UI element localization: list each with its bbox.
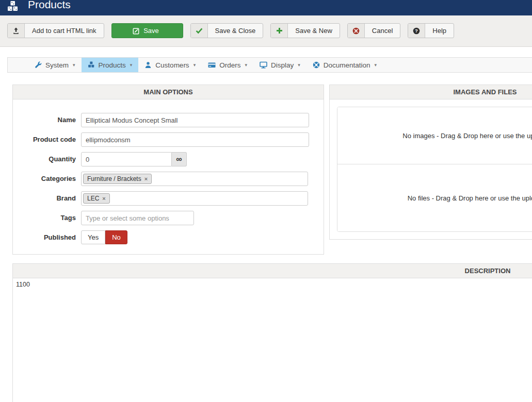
cubes-logo-icon bbox=[7, 1, 19, 13]
images-dropzone[interactable]: No images - Drag & Drop here or use the … bbox=[337, 107, 532, 164]
main-options-panel: MAIN OPTIONS Name Product code Quantity bbox=[12, 85, 324, 255]
nav-item-documentation[interactable]: Documentation ▾ bbox=[307, 58, 383, 72]
component-navbar: System ▾ Products ▾ Customers ▾ bbox=[7, 57, 532, 73]
help-icon: ? bbox=[408, 24, 425, 38]
tags-label: Tags bbox=[13, 211, 81, 225]
nav-item-customers[interactable]: Customers ▾ bbox=[138, 58, 202, 72]
app-header: Products bbox=[0, 0, 532, 15]
published-label: Published bbox=[13, 230, 81, 245]
lifering-icon bbox=[313, 61, 320, 69]
images-dropzone-text: No images - Drag & Drop here or use the … bbox=[402, 132, 532, 140]
unlimited-quantity-button[interactable]: ∞ bbox=[172, 152, 187, 166]
quantity-input[interactable] bbox=[81, 152, 172, 166]
monitor-icon bbox=[260, 61, 267, 69]
nav-item-system[interactable]: System ▾ bbox=[28, 58, 82, 72]
wrench-icon bbox=[35, 61, 42, 69]
field-row-product-code: Product code bbox=[13, 132, 324, 147]
published-no-button[interactable]: No bbox=[105, 230, 127, 244]
cancel-icon bbox=[348, 24, 365, 38]
description-editor[interactable]: 1100 bbox=[13, 278, 532, 402]
name-label: Name bbox=[13, 113, 81, 127]
description-panel: DESCRIPTION 1100 bbox=[12, 263, 532, 402]
nav-item-display-label: Display bbox=[271, 61, 294, 69]
field-row-categories: Categories Furniture / Brackets × bbox=[13, 172, 324, 186]
user-icon bbox=[144, 61, 152, 69]
brand-select[interactable]: LEC × bbox=[81, 191, 308, 206]
svg-text:?: ? bbox=[415, 28, 418, 34]
chevron-down-icon: ▾ bbox=[375, 62, 377, 68]
infinity-icon: ∞ bbox=[176, 155, 182, 164]
brand-label: Brand bbox=[13, 191, 81, 206]
description-header: DESCRIPTION bbox=[13, 264, 532, 278]
upload-icon bbox=[8, 24, 25, 38]
images-and-files-header: IMAGES AND FILES bbox=[330, 85, 532, 99]
categories-label: Categories bbox=[13, 172, 81, 186]
check-icon bbox=[191, 24, 208, 38]
product-code-label: Product code bbox=[13, 132, 81, 147]
nav-item-products[interactable]: Products ▾ bbox=[82, 58, 139, 72]
tags-input[interactable] bbox=[81, 211, 194, 225]
brand-chip: LEC × bbox=[83, 193, 110, 204]
published-yes-button[interactable]: Yes bbox=[81, 230, 105, 244]
cancel-label: Cancel bbox=[365, 24, 400, 38]
save-button[interactable]: Save bbox=[111, 23, 183, 38]
field-row-published: Published Yes No bbox=[13, 230, 324, 245]
categories-select[interactable]: Furniture / Brackets × bbox=[81, 172, 308, 186]
published-toggle: Yes No bbox=[81, 230, 127, 244]
category-chip: Furniture / Brackets × bbox=[83, 174, 152, 184]
toolbar: Add to cart HTML link Save Save & Close bbox=[0, 15, 532, 47]
add-to-cart-html-link-button[interactable]: Add to cart HTML link bbox=[7, 23, 104, 38]
nav-item-products-label: Products bbox=[99, 61, 126, 69]
spacer bbox=[0, 47, 532, 57]
chevron-down-icon: ▾ bbox=[245, 62, 247, 68]
nav-item-orders-label: Orders bbox=[219, 61, 240, 69]
brand-chip-label: LEC bbox=[87, 195, 99, 202]
main-options-header: MAIN OPTIONS bbox=[13, 85, 324, 99]
help-button[interactable]: ? Help bbox=[408, 23, 454, 38]
category-chip-label: Furniture / Brackets bbox=[87, 175, 141, 182]
page-wrapper: Products Add to cart HTML link Save bbox=[0, 0, 532, 402]
remove-brand-icon[interactable]: × bbox=[102, 196, 105, 202]
images-and-files-panel: IMAGES AND FILES No images - Drag & Drop… bbox=[329, 85, 532, 240]
field-row-tags: Tags bbox=[13, 211, 324, 225]
field-row-name: Name bbox=[13, 113, 324, 127]
save-close-label: Save & Close bbox=[208, 24, 263, 38]
chevron-down-icon: ▾ bbox=[298, 62, 300, 68]
chevron-down-icon: ▾ bbox=[130, 62, 133, 68]
add-to-cart-html-link-label: Add to cart HTML link bbox=[25, 24, 104, 38]
save-close-button[interactable]: Save & Close bbox=[190, 23, 264, 38]
save-new-label: Save & New bbox=[288, 24, 340, 38]
chevron-down-icon: ▾ bbox=[73, 62, 75, 68]
field-row-brand: Brand LEC × bbox=[13, 191, 324, 206]
quantity-label: Quantity bbox=[13, 152, 81, 166]
plus-icon bbox=[271, 24, 288, 38]
card-icon bbox=[208, 61, 216, 69]
nav-item-customers-label: Customers bbox=[155, 61, 189, 69]
files-dropzone[interactable]: No files - Drag & Drop here or use the u… bbox=[337, 164, 532, 231]
field-row-quantity: Quantity ∞ bbox=[13, 152, 324, 166]
product-code-input[interactable] bbox=[81, 132, 309, 147]
nav-item-display[interactable]: Display ▾ bbox=[253, 58, 307, 72]
nav-item-orders[interactable]: Orders ▾ bbox=[202, 58, 253, 72]
content-area: MAIN OPTIONS Name Product code Quantity bbox=[0, 85, 532, 402]
name-input[interactable] bbox=[81, 113, 309, 127]
nav-item-documentation-label: Documentation bbox=[324, 61, 370, 69]
remove-category-icon[interactable]: × bbox=[144, 176, 148, 182]
dropzones-container: No images - Drag & Drop here or use the … bbox=[337, 107, 532, 232]
chevron-down-icon: ▾ bbox=[194, 62, 196, 68]
page-title: Products bbox=[28, 0, 71, 11]
cubes-icon bbox=[88, 61, 95, 69]
help-label: Help bbox=[425, 24, 454, 38]
nav-item-system-label: System bbox=[45, 61, 69, 69]
save-label: Save bbox=[141, 24, 162, 38]
cancel-button[interactable]: Cancel bbox=[347, 23, 400, 38]
save-icon bbox=[133, 24, 141, 38]
save-new-button[interactable]: Save & New bbox=[270, 23, 340, 38]
files-dropzone-text: No files - Drag & Drop here or use the u… bbox=[408, 194, 532, 202]
